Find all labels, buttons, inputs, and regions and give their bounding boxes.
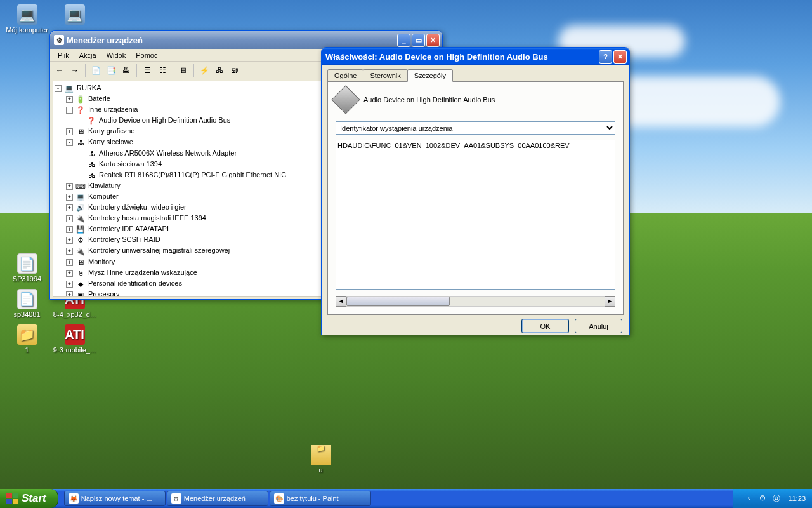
dialog-buttons: OK Anuluj	[324, 319, 627, 338]
desktop-icon-sp31994[interactable]: 📄SP31994	[3, 253, 51, 283]
device-category-icon: 🔊	[75, 203, 86, 213]
tree-root[interactable]: RURKA	[75, 84, 103, 91]
task-buttons: 🦊Napisz nowy temat - ...⚙Menedżer urządz…	[63, 489, 733, 508]
scroll-track[interactable]	[346, 296, 605, 307]
titlebar[interactable]: Właściwości: Audio Device on High Defini…	[322, 48, 629, 65]
tree-item[interactable]: Klawiatury	[87, 182, 122, 189]
desktop-icon-m-j-komputer[interactable]: 💻Mój komputer	[3, 4, 51, 34]
tree-item[interactable]: Personal identification devices	[87, 279, 183, 287]
toolbar-button[interactable]: 📑	[104, 64, 118, 77]
tree-item[interactable]: Procesory	[87, 290, 121, 297]
toolbar-button[interactable]: ⚡	[197, 64, 211, 77]
forward-button[interactable]: →	[68, 64, 82, 77]
cancel-button[interactable]: Anuluj	[575, 319, 622, 333]
tree-item[interactable]: Kontrolery uniwersalnej magistrali szere…	[87, 246, 231, 254]
desktop-icon-1[interactable]: 📁1	[3, 324, 51, 354]
tab-szczegóły[interactable]: Szczegóły	[407, 69, 453, 82]
taskbar-task[interactable]: 🎨bez tytułu - Paint	[270, 491, 371, 506]
menu-plik[interactable]: Plik	[53, 50, 74, 60]
toolbar-button[interactable]: ☰	[140, 64, 154, 77]
windows-logo-icon	[6, 493, 18, 504]
device-category-icon: 🔋	[75, 94, 86, 104]
tree-item[interactable]: Mysz i inne urządzenia wskazujące	[87, 269, 199, 276]
scroll-thumb[interactable]	[346, 297, 450, 306]
toolbar-button[interactable]: 📄	[89, 64, 103, 77]
properties-dialog: Właściwości: Audio Device on High Defini…	[321, 47, 630, 335]
tree-item[interactable]: Baterie	[87, 95, 112, 102]
titlebar[interactable]: ⚙ Menedżer urządzeń _ ▭ ✕	[50, 31, 442, 49]
tree-toggle[interactable]: -	[66, 107, 73, 114]
property-value-list[interactable]: HDAUDIO\FUNC_01&VEN_1002&DEV_AA01&SUBSYS…	[336, 140, 615, 290]
tray-icon[interactable]: ‹	[743, 493, 754, 504]
scroll-left-button[interactable]: ◄	[336, 296, 346, 307]
toolbar-button[interactable]: 🖧	[213, 64, 226, 77]
tree-item[interactable]: Komputer	[87, 192, 120, 200]
close-button[interactable]: ✕	[613, 50, 627, 64]
tree-item[interactable]: Inne urządzenia	[87, 105, 139, 113]
device-category-icon: 🔌	[75, 246, 86, 257]
tree-item[interactable]: Realtek RTL8168C(P)/8111C(P) PCI-E Gigab…	[98, 171, 287, 178]
tree-toggle[interactable]: +	[66, 259, 73, 266]
tray-icon[interactable]: ⊙	[757, 493, 768, 504]
tree-toggle[interactable]: +	[66, 96, 73, 103]
tab-ogólne[interactable]: Ogólne	[327, 69, 363, 81]
desktop-folder-u[interactable]: 📁 u	[297, 444, 344, 474]
tree-toggle[interactable]: -	[55, 85, 62, 92]
tree-item[interactable]: Karta sieciowa 1394	[98, 160, 163, 168]
separator	[136, 64, 137, 77]
menu-widok[interactable]: Widok	[102, 50, 131, 60]
tree-item[interactable]: Kontrolery IDE ATA/ATAPI	[87, 225, 170, 232]
tree-item[interactable]: Karty sieciowe	[87, 138, 134, 145]
close-button[interactable]: ✕	[426, 34, 440, 47]
ok-button[interactable]: OK	[521, 319, 569, 333]
back-button[interactable]: ←	[53, 64, 67, 77]
toolbar-button[interactable]: 🖳	[228, 64, 242, 77]
menu-pomoc[interactable]: Pomoc	[131, 50, 162, 60]
tree-toggle[interactable]: +	[66, 194, 73, 201]
tree-toggle[interactable]: +	[66, 183, 73, 190]
toolbar-button[interactable]: ☷	[155, 64, 169, 77]
tree-item[interactable]: Atheros AR5006X Wireless Network Adapter	[98, 149, 238, 157]
toolbar-button[interactable]: 🖥	[176, 64, 190, 77]
tree-toggle[interactable]: +	[66, 128, 73, 135]
menu-akcja[interactable]: Akcja	[74, 50, 102, 60]
device-category-icon: ▣	[75, 290, 86, 297]
horizontal-scrollbar[interactable]: ◄ ►	[336, 296, 615, 307]
minimize-button[interactable]: _	[397, 34, 410, 47]
tree-toggle[interactable]: +	[66, 291, 73, 297]
tree-item[interactable]: Audio Device on High Definition Audio Bu…	[98, 116, 232, 124]
toolbar-button[interactable]: 🖶	[119, 64, 133, 77]
help-button[interactable]: ?	[599, 50, 612, 64]
tree-item[interactable]: Monitory	[87, 258, 116, 265]
clock[interactable]: 11:23	[788, 495, 806, 502]
device-icon: 🖧	[86, 170, 96, 180]
tree-toggle[interactable]: +	[66, 281, 73, 288]
tree-item[interactable]: Kontrolery hosta magistrali IEEE 1394	[87, 214, 207, 222]
tree-toggle[interactable]: +	[66, 215, 73, 222]
taskbar-task[interactable]: 🦊Napisz nowy temat - ...	[64, 491, 166, 506]
property-select[interactable]: Identyfikator wystąpienia urządzenia	[336, 121, 615, 135]
task-icon: 🦊	[69, 493, 79, 504]
tree-toggle[interactable]: +	[66, 270, 73, 277]
device-category-icon: 💾	[75, 224, 86, 234]
tree-toggle[interactable]: +	[66, 248, 73, 255]
tree-toggle[interactable]: +	[66, 226, 73, 233]
tree-toggle[interactable]: +	[66, 204, 73, 211]
taskbar-task[interactable]: ⚙Menedżer urządzeń	[167, 491, 268, 506]
tree-toggle[interactable]: +	[66, 237, 73, 244]
desktop-icon-sp34081[interactable]: 📄sp34081	[3, 289, 51, 318]
tree-item[interactable]: Kontrolery dźwięku, wideo i gier	[87, 203, 188, 211]
desktop-icon-[interactable]: 💻	[51, 4, 98, 26]
tree-item[interactable]: Kontrolery SCSI i RAID	[87, 236, 162, 243]
tray-icon[interactable]: ⓐ	[771, 493, 782, 504]
device-icon: 🖧	[86, 149, 96, 159]
tree-toggle[interactable]: -	[66, 139, 73, 146]
scroll-right-button[interactable]: ►	[605, 296, 615, 307]
folder-icon: 📁	[311, 444, 331, 465]
device-category-icon: 🖥	[75, 257, 86, 267]
start-button[interactable]: Start	[0, 489, 58, 508]
tree-item[interactable]: Karty graficzne	[87, 127, 136, 135]
desktop-icon-9-3-mobile_-[interactable]: ATI9-3-mobile_...	[51, 324, 98, 354]
tab-sterownik[interactable]: Sterownik	[363, 69, 407, 81]
maximize-button[interactable]: ▭	[412, 34, 425, 47]
